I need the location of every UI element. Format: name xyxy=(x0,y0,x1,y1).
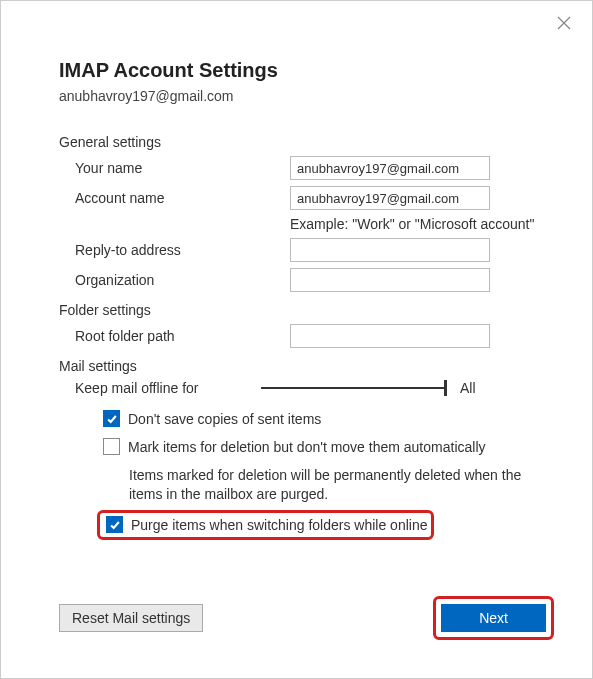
label-dont-save: Don't save copies of sent items xyxy=(128,410,321,428)
row-account-name: Account name xyxy=(75,186,554,210)
label-root-folder: Root folder path xyxy=(75,328,290,344)
label-reply-to: Reply-to address xyxy=(75,242,290,258)
section-folder: Folder settings xyxy=(59,302,554,318)
row-root-folder: Root folder path xyxy=(75,324,554,348)
section-mail: Mail settings xyxy=(59,358,554,374)
input-root-folder[interactable] xyxy=(290,324,490,348)
account-email: anubhavroy197@gmail.com xyxy=(59,88,554,104)
label-keep-offline: Keep mail offline for xyxy=(75,380,261,396)
row-keep-offline: Keep mail offline for All xyxy=(75,380,554,396)
row-purge: Purge items when switching folders while… xyxy=(106,516,427,534)
highlight-purge: Purge items when switching folders while… xyxy=(97,510,434,540)
example-text: Example: "Work" or "Microsoft account" xyxy=(290,216,554,232)
input-your-name[interactable] xyxy=(290,156,490,180)
row-your-name: Your name xyxy=(75,156,554,180)
input-reply-to[interactable] xyxy=(290,238,490,262)
checkbox-dont-save[interactable] xyxy=(103,410,120,427)
imap-settings-dialog: IMAP Account Settings anubhavroy197@gmai… xyxy=(0,0,593,679)
highlight-next: Next xyxy=(433,596,554,640)
label-account-name: Account name xyxy=(75,190,290,206)
input-account-name[interactable] xyxy=(290,186,490,210)
label-mark-deletion: Mark items for deletion but don't move t… xyxy=(128,438,486,456)
dialog-title: IMAP Account Settings xyxy=(59,59,554,82)
slider-thumb[interactable] xyxy=(444,380,447,396)
deletion-info: Items marked for deletion will be perman… xyxy=(129,466,549,504)
input-organization[interactable] xyxy=(290,268,490,292)
checkbox-purge[interactable] xyxy=(106,516,123,533)
checkbox-mark-deletion[interactable] xyxy=(103,438,120,455)
row-dont-save: Don't save copies of sent items xyxy=(103,410,554,428)
label-purge: Purge items when switching folders while… xyxy=(131,516,427,534)
label-organization: Organization xyxy=(75,272,290,288)
button-row: Reset Mail settings Next xyxy=(59,596,554,640)
label-your-name: Your name xyxy=(75,160,290,176)
row-organization: Organization xyxy=(75,268,554,292)
slider-keep-offline[interactable] xyxy=(261,387,446,389)
slider-value: All xyxy=(460,380,476,396)
close-button[interactable] xyxy=(556,15,574,33)
reset-button[interactable]: Reset Mail settings xyxy=(59,604,203,632)
row-mark-deletion: Mark items for deletion but don't move t… xyxy=(103,438,554,456)
row-reply-to: Reply-to address xyxy=(75,238,554,262)
next-button[interactable]: Next xyxy=(441,604,546,632)
section-general: General settings xyxy=(59,134,554,150)
